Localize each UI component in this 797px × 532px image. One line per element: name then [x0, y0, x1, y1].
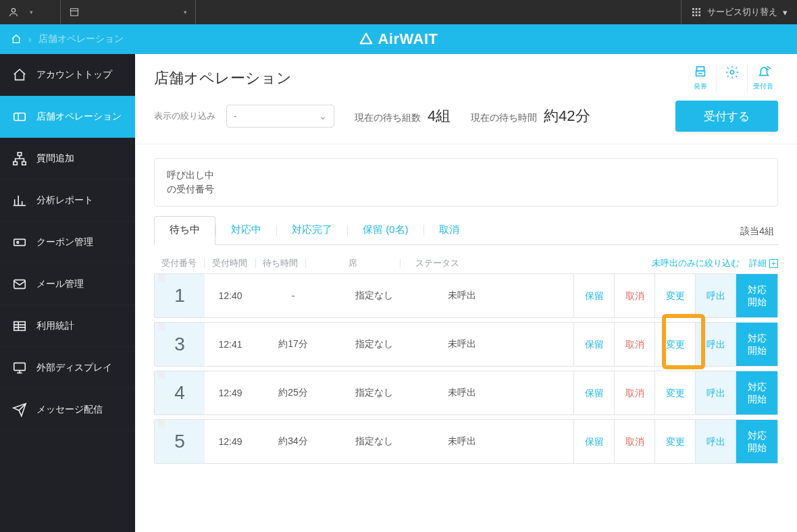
sidebar-item-label: 質問追加 — [36, 153, 74, 165]
svg-rect-12 — [14, 161, 18, 165]
home-icon[interactable] — [11, 34, 22, 45]
sidebar-item-display[interactable]: 外部ディスプレイ — [0, 347, 135, 389]
tab-waiting[interactable]: 待ち中 — [154, 216, 215, 245]
breadcrumb: › 店舗オペレーション — [11, 33, 124, 45]
filter-select[interactable]: - ⌄ — [226, 105, 334, 128]
sound-label: 受付音 — [753, 82, 773, 91]
tab-serving[interactable]: 対応中 — [216, 217, 276, 244]
col-time: 受付時間 — [204, 257, 255, 269]
settings-button[interactable] — [716, 63, 747, 92]
gear-icon — [725, 65, 740, 80]
filter-uncalled-link[interactable]: 未呼出のみに絞り込む — [652, 257, 740, 269]
svg-rect-9 — [698, 14, 700, 16]
sidebar-item-label: アカウントトップ — [36, 69, 112, 81]
svg-rect-3 — [698, 8, 700, 10]
hold-button[interactable]: 保留 — [573, 371, 614, 415]
start-button[interactable]: 対応開始 — [736, 323, 777, 366]
col-status: ステータス — [400, 257, 474, 269]
bookmark-icon — [158, 323, 165, 332]
waiting-groups-label: 現在の待ち組数 — [355, 112, 421, 123]
hold-button[interactable]: 保留 — [573, 420, 614, 463]
sidebar-item-store-operation[interactable]: 店舗オペレーション — [0, 96, 135, 138]
svg-rect-14 — [14, 239, 26, 245]
tab-hold[interactable]: 保留 (0名) — [348, 217, 423, 244]
svg-rect-18 — [14, 363, 26, 370]
bell-icon — [756, 65, 771, 80]
chevron-right-icon: › — [28, 34, 32, 45]
cell-number: 4 — [155, 371, 205, 415]
cell-seat: 指定なし — [330, 274, 418, 317]
sidebar-item-message[interactable]: メッセージ配信 — [0, 389, 135, 431]
ticket-issue-button[interactable]: 発券 — [685, 63, 716, 92]
waiting-time-label: 現在の待ち時間 — [471, 112, 537, 123]
call-button[interactable]: 呼出 — [695, 420, 736, 463]
chevron-down-icon: ▾ — [184, 9, 187, 16]
cancel-button[interactable]: 取消 — [614, 420, 654, 463]
service-switch-menu[interactable]: サービス切り替え ▾ — [681, 0, 797, 24]
ticket-icon — [12, 109, 27, 124]
call-button[interactable]: 呼出 — [695, 323, 736, 366]
send-icon — [12, 402, 27, 417]
cancel-button[interactable]: 取消 — [614, 371, 654, 415]
user-menu[interactable]: ▾ — [0, 0, 61, 24]
bookmark-icon — [158, 371, 165, 381]
page-title: 店舗オペレーション — [154, 68, 674, 88]
svg-rect-13 — [22, 161, 26, 165]
sidebar-item-account-top[interactable]: アカウントトップ — [0, 54, 135, 96]
calling-panel: 呼び出し中 の受付番号 — [154, 158, 778, 207]
cell-time: 12:49 — [205, 420, 256, 463]
edit-button[interactable]: 変更 — [654, 323, 695, 366]
svg-rect-17 — [14, 321, 26, 330]
detail-expand-link[interactable]: 詳細 + — [749, 257, 778, 269]
tab-cancelled[interactable]: 取消 — [424, 217, 474, 244]
sound-button[interactable]: 受付音 — [747, 63, 778, 92]
hold-button[interactable]: 保留 — [573, 323, 614, 366]
cell-wait: 約34分 — [256, 420, 330, 463]
filter-label: 表示の絞り込み — [154, 110, 215, 122]
cancel-button[interactable]: 取消 — [614, 323, 654, 366]
tab-done[interactable]: 対応完了 — [277, 217, 347, 244]
start-button[interactable]: 対応開始 — [736, 420, 777, 463]
sidebar-item-question-add[interactable]: 質問追加 — [0, 138, 135, 180]
svg-rect-2 — [696, 8, 698, 10]
hold-button[interactable]: 保留 — [573, 274, 614, 317]
edit-button[interactable]: 変更 — [654, 420, 695, 463]
sidebar-item-stats[interactable]: 利用統計 — [0, 305, 135, 347]
waiting-groups-value: 4組 — [428, 107, 451, 124]
monitor-icon — [12, 361, 27, 375]
coupon-icon — [12, 235, 27, 250]
cell-status: 未呼出 — [418, 420, 506, 463]
sidebar: アカウントトップ 店舗オペレーション 質問追加 分析レポート クーポン管理 メー… — [0, 54, 135, 532]
edit-button[interactable]: 変更 — [654, 371, 695, 415]
cancel-button[interactable]: 取消 — [614, 274, 654, 317]
cell-time: 12:40 — [205, 274, 256, 317]
cell-number: 3 — [155, 323, 205, 366]
accept-button[interactable]: 受付する — [675, 101, 778, 132]
start-button[interactable]: 対応開始 — [736, 274, 777, 317]
chevron-down-icon: ⌄ — [319, 111, 327, 122]
store-menu[interactable]: ▾ — [61, 0, 196, 24]
bookmark-icon — [158, 420, 165, 429]
svg-rect-10 — [14, 113, 26, 120]
edit-button[interactable]: 変更 — [654, 274, 695, 317]
svg-rect-6 — [698, 11, 700, 14]
sidebar-item-mail[interactable]: メール管理 — [0, 263, 135, 305]
start-button[interactable]: 対応開始 — [736, 371, 777, 415]
cell-status: 未呼出 — [418, 274, 506, 317]
cell-seat: 指定なし — [330, 420, 418, 463]
call-button[interactable]: 呼出 — [695, 371, 736, 415]
table-row: 412:49約25分指定なし未呼出保留取消変更呼出対応開始 — [154, 371, 778, 415]
cell-seat: 指定なし — [330, 323, 418, 366]
sitemap-icon — [12, 151, 27, 166]
cell-time: 12:41 — [205, 323, 256, 366]
sidebar-item-analytics[interactable]: 分析レポート — [0, 180, 135, 221]
sidebar-item-coupon[interactable]: クーポン管理 — [0, 221, 135, 263]
table-row: 112:40-指定なし未呼出保留取消変更呼出対応開始 — [154, 273, 778, 318]
sidebar-item-label: 利用統計 — [36, 320, 74, 332]
svg-rect-11 — [18, 152, 22, 155]
svg-rect-5 — [696, 11, 698, 14]
table-row: 312:41約17分指定なし未呼出保留取消変更呼出対応開始 — [154, 322, 778, 367]
svg-rect-7 — [692, 14, 694, 16]
sidebar-item-label: 分析レポート — [36, 194, 93, 207]
call-button[interactable]: 呼出 — [695, 274, 736, 317]
